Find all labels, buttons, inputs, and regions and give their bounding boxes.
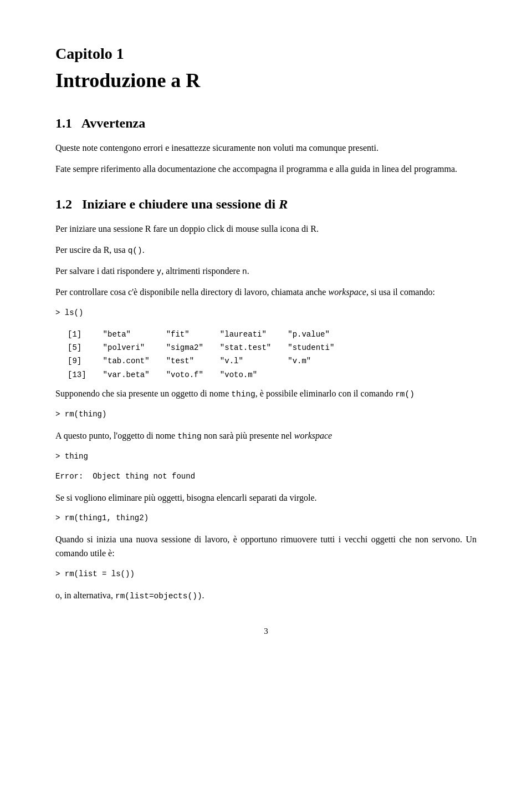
ls-r2-c5: "studenti" — [288, 342, 350, 354]
rm-list-command: > rm(list = ls()) — [55, 568, 477, 581]
section-1-2-para-2: Per uscire da R, usa q(). — [55, 243, 477, 257]
rm-thing-command: > rm(thing) — [55, 409, 477, 421]
ls-r2-c4: "stat.test" — [220, 342, 287, 354]
section-1-2-para-7: Se si vogliono eliminare più oggetti, bi… — [55, 491, 477, 505]
section-1-2-para-5: Supponendo che sia presente un oggetto d… — [55, 387, 477, 401]
code-n: n — [242, 267, 247, 276]
code-thing-1: thing — [231, 390, 255, 399]
chapter-number: Capitolo 1 — [55, 44, 477, 63]
section-1-2-para-4: Per controllare cosa c'è disponibile nel… — [55, 285, 477, 299]
ls-r2-c2: "polveri" — [103, 342, 165, 354]
page-number: 3 — [55, 625, 477, 638]
ls-r4-c1: [13] — [68, 369, 102, 381]
ls-r4-c2: "var.beta" — [103, 369, 165, 381]
ls-r1-c2: "beta" — [103, 328, 165, 340]
section-1-1-title: 1.1 Avvertenza — [55, 115, 477, 132]
code-rm: rm() — [395, 390, 415, 399]
page: Capitolo 1 Introduzione a R 1.1 Avverten… — [0, 0, 532, 788]
ls-row-4: [13] "var.beta" "voto.f" "voto.m" — [68, 369, 350, 381]
ls-r1-c4: "laureati" — [220, 328, 287, 340]
chapter-title: Introduzione a R — [55, 69, 477, 93]
ls-r2-c3: "sigma2" — [166, 342, 219, 354]
thing-command: > thing — [55, 451, 477, 463]
ls-command: > ls() — [55, 307, 477, 319]
ls-row-2: [5] "polveri" "sigma2" "stat.test" "stud… — [68, 342, 350, 354]
ls-r2-c1: [5] — [68, 342, 102, 354]
section-1-2-para-1: Per iniziare una sessione R fare un dopp… — [55, 222, 477, 236]
code-y: y — [157, 267, 162, 276]
section-1-2-title: 1.2 Iniziare e chiudere una sessione di … — [55, 196, 477, 213]
ls-r3-c1: [9] — [68, 355, 102, 367]
ls-r3-c5: "v.m" — [288, 355, 350, 367]
ls-row-3: [9] "tab.cont" "test" "v.l" "v.m" — [68, 355, 350, 367]
ls-output-table: [1] "beta" "fit" "laureati" "p.value" [5… — [66, 327, 351, 383]
section-1-2-para-3: Per salvare i dati rispondere y, altrime… — [55, 264, 477, 278]
code-thing-2: thing — [177, 432, 202, 441]
section-1-1-para-2: Fate sempre riferimento alla documentazi… — [55, 162, 477, 176]
code-q: q() — [128, 246, 142, 255]
ls-r3-c2: "tab.cont" — [103, 355, 165, 367]
ls-r4-c4: "voto.m" — [220, 369, 287, 381]
section-1-2-number: 1.2 — [55, 197, 72, 211]
ls-row-1: [1] "beta" "fit" "laureati" "p.value" — [68, 328, 350, 340]
section-1-1-para-1: Queste note contengono errori e inesatte… — [55, 141, 477, 155]
rm-thing12-command: > rm(thing1, thing2) — [55, 512, 477, 525]
error-line: Error: Object thing not found — [55, 471, 477, 483]
ls-r1-c1: [1] — [68, 328, 102, 340]
ls-r1-c3: "fit" — [166, 328, 219, 340]
section-1-2-para-6: A questo punto, l'oggetto di nome thing … — [55, 429, 477, 443]
section-1-1-number: 1.1 — [55, 116, 72, 130]
ls-r1-c5: "p.value" — [288, 328, 350, 340]
section-1-2-para-8: Quando si inizia una nuova sessione di l… — [55, 532, 477, 561]
ls-r3-c3: "test" — [166, 355, 219, 367]
section-1-2-para-9: o, in alternativa, rm(list=objects()). — [55, 588, 477, 603]
section-1-1-label: Avvertenza — [81, 116, 146, 130]
code-rm-list-objects: rm(list=objects()) — [115, 592, 202, 601]
ls-r3-c4: "v.l" — [220, 355, 287, 367]
ls-r4-c3: "voto.f" — [166, 369, 219, 381]
section-1-2-label: Iniziare e chiudere una sessione di R — [82, 197, 288, 211]
workspace-italic-1: workspace — [328, 287, 366, 297]
workspace-italic-2: workspace — [294, 431, 332, 440]
